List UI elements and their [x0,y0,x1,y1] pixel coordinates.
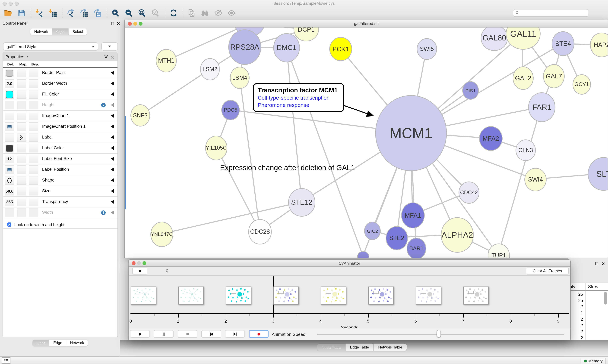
bypass-cell[interactable] [29,208,38,217]
close-panel-icon[interactable] [601,261,605,266]
network-canvas[interactable]: DCP1RPS28ADMC1PCK1SWI5GAL80GAL11STE4HAP2… [125,27,608,258]
bypass-cell[interactable] [29,155,38,163]
frame-thumbnail-6[interactable] [416,286,441,305]
expand-row-icon[interactable] [111,71,114,75]
next-frame-button[interactable] [225,330,245,338]
default-value-cell[interactable]: 12 [5,155,14,163]
table-cell[interactable]: 2 [569,329,583,334]
property-row-border-width[interactable]: 2.0Border Width [3,78,117,89]
export-network-button[interactable] [65,8,77,18]
default-value-cell[interactable] [5,208,14,217]
bypass-cell[interactable] [29,165,38,174]
bypass-cell[interactable] [29,133,38,142]
expand-row-icon[interactable] [111,103,114,107]
cyanimator-titlebar[interactable]: CyAnimator [129,260,570,267]
property-row-height[interactable]: Height [3,100,117,111]
default-value-cell[interactable] [5,176,14,185]
network-window-titlebar[interactable]: galFiltered.sif [125,20,608,27]
style-options-button[interactable] [101,42,118,51]
hide-selected-button[interactable] [212,8,224,18]
expand-row-icon[interactable] [111,211,114,214]
default-value-cell[interactable] [5,144,14,152]
mapping-cell[interactable] [17,90,26,99]
mapping-cell[interactable] [17,79,26,88]
default-value-cell[interactable] [5,112,14,120]
import-network-button[interactable] [34,8,46,18]
table-column-header[interactable]: Stres [588,284,598,289]
vertical-scrollbar[interactable] [604,292,607,305]
expand-row-icon[interactable] [111,157,114,161]
dock-tab-node-table[interactable]: Node Table [317,344,346,351]
expand-row-icon[interactable] [111,178,114,182]
stop-button[interactable] [178,330,197,338]
dock-tab-network-table[interactable]: Network Table [374,344,407,351]
mapping-cell[interactable] [17,176,26,185]
property-row-shape[interactable]: Shape [3,175,117,186]
bypass-cell[interactable] [29,112,38,120]
expand-row-icon[interactable] [111,189,114,193]
mapping-cell[interactable] [17,122,26,131]
default-value-cell[interactable] [5,133,14,142]
expand-row-icon[interactable] [111,125,114,128]
mapping-cell[interactable] [17,155,26,163]
bypass-cell[interactable] [29,69,38,77]
dock-tab-edge-table[interactable]: Edge Table [346,344,374,351]
frame-thumbnail-3[interactable] [273,286,298,305]
frame-thumbnail-5[interactable] [368,286,393,305]
property-row-border-paint[interactable]: Border Paint [3,68,117,78]
zoom-in-button[interactable] [110,8,122,18]
tab-network[interactable]: Network [30,28,52,35]
float-panel-icon[interactable] [111,22,115,26]
bypass-cell[interactable] [29,90,38,99]
expand-row-icon[interactable] [111,114,114,118]
mapping-cell[interactable] [17,144,26,152]
add-frame-button[interactable] [132,268,147,274]
bottom-tab-network[interactable]: Network [66,340,88,346]
bottom-tab-edge[interactable]: Edge [50,340,66,346]
frame-thumbnail-2[interactable] [226,286,251,305]
mapping-cell[interactable] [17,133,26,142]
default-value-cell[interactable] [5,122,14,131]
zoom-fit-content-button[interactable] [137,8,149,18]
property-row-size[interactable]: 50.0Size [3,186,117,197]
property-row-fill-color[interactable]: Fill Color [3,89,117,100]
tab-select[interactable]: Select [69,28,87,35]
search-input[interactable] [520,11,586,15]
table-cell[interactable]: 25 [569,298,583,303]
bypass-cell[interactable] [29,101,38,109]
expand-row-icon[interactable] [111,135,114,139]
bypass-cell[interactable] [29,176,38,185]
default-value-cell[interactable] [5,101,14,109]
delete-frame-button[interactable] [159,268,174,274]
table-cell[interactable]: 2 [569,304,583,309]
clear-all-frames-button[interactable]: Clear All Frames [526,268,569,274]
properties-header[interactable]: Properties [3,53,117,61]
frame-thumbnail-1[interactable] [178,286,204,305]
find-neighbors-button[interactable] [199,8,211,18]
expand-row-icon[interactable] [111,200,114,204]
tab-style[interactable]: Style [52,28,69,35]
bypass-cell[interactable] [29,187,38,195]
default-value-cell[interactable]: 255 [5,198,14,206]
property-row-label[interactable]: Label [3,132,117,143]
apply-layout-button[interactable] [168,8,180,18]
default-value-cell[interactable] [5,69,14,77]
import-table-button[interactable] [47,8,59,18]
expand-all-icon[interactable] [104,54,109,59]
export-image-button[interactable] [92,8,104,18]
zoom-selected-button[interactable] [150,8,162,18]
task-history-button[interactable] [1,357,11,364]
play-button[interactable] [130,330,150,338]
mapping-cell[interactable] [17,198,26,206]
property-row-label-font-size[interactable]: 12Label Font Size [3,154,117,164]
collapse-all-icon[interactable] [110,54,115,59]
style-selector[interactable]: galFiltered Style [3,42,98,51]
table-cell[interactable]: 2 [569,323,583,328]
expand-row-icon[interactable] [111,82,114,85]
frame-thumbnail-7[interactable] [463,286,488,305]
default-value-cell[interactable] [5,165,14,174]
mapping-cell[interactable] [17,101,26,109]
table-column-header[interactable]: ity [571,284,575,289]
bypass-cell[interactable] [29,79,38,88]
property-row-transparency[interactable]: 255Transparency [3,197,117,208]
